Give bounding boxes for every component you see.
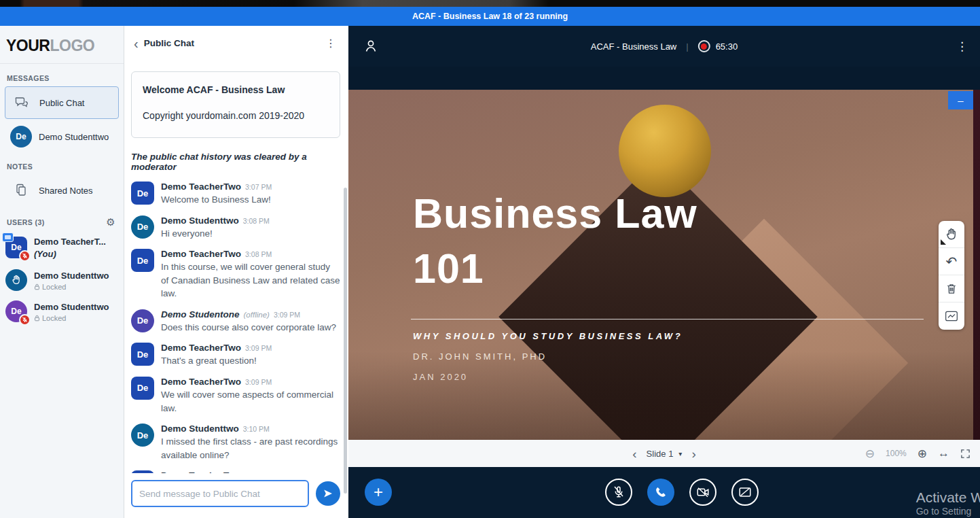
multi-user-whiteboard-button[interactable] — [939, 303, 964, 330]
chat-cleared-notice: The public chat history was cleared by a… — [131, 152, 340, 172]
microphone-muted-icon — [612, 485, 625, 499]
message-text: In this course, we will cover general st… — [161, 260, 340, 300]
user-name: Demo TeacherT... — [34, 237, 106, 247]
chat-scrollbar[interactable] — [344, 188, 347, 494]
action-bar: + — [348, 467, 980, 518]
zoom-out-icon[interactable]: ⊖ — [865, 447, 875, 461]
record-icon — [698, 40, 710, 52]
sidebar-item-shared-notes[interactable]: Shared Notes — [5, 175, 119, 206]
previous-slide-icon[interactable]: ‹ — [632, 447, 636, 460]
undo-icon: ↶ — [946, 255, 958, 269]
meeting-title-group: ACAF - Business Law | 65:30 — [591, 40, 738, 52]
manage-users-gear-icon[interactable]: ⚙ — [106, 216, 115, 228]
sidebar-item-public-chat[interactable]: Public Chat — [5, 86, 119, 119]
slide-canvas[interactable]: Business Law 101 WHY SHOULD YOU STUDY BU… — [348, 90, 973, 440]
slide-art-floor-shade — [348, 351, 973, 440]
share-webcam-button[interactable] — [689, 479, 716, 506]
avatar: De — [10, 126, 32, 148]
meeting-banner: ACAF - Business Law 18 of 23 running — [0, 7, 980, 26]
webcam-off-icon — [696, 485, 710, 499]
logo: YOURLOGO — [0, 26, 124, 64]
user-list-item[interactable]: De Demo TeacherT... (You) — [5, 235, 118, 260]
message-time: 3:09 PM — [245, 344, 272, 352]
lock-icon — [34, 283, 40, 290]
users-section-label: USERS (3) ⚙ — [7, 216, 115, 228]
slide-label: Slide 1 — [647, 449, 674, 459]
slide-controls-bar: ‹ Slide 1 ▾ › ⊖ 100% ⊕ ↔ — [348, 440, 980, 467]
user-name: Demo Studenttwo — [34, 271, 109, 281]
minimize-presentation-button[interactable]: – — [948, 91, 973, 109]
avatar-initials: De — [16, 132, 26, 141]
message-offline-label: (offline) — [244, 311, 270, 319]
avatar: De — [131, 249, 154, 272]
muted-mic-badge-icon — [19, 314, 31, 326]
watermark-line1: Activate W — [916, 489, 980, 506]
slide-select-dropdown[interactable]: Slide 1 ▾ — [647, 449, 683, 459]
message-time: 3:10 PM — [243, 425, 270, 433]
clear-annotations-button[interactable] — [939, 275, 964, 303]
slide-right-edge — [973, 90, 980, 440]
tool-options-corner — [941, 239, 946, 245]
slide-subtitle: WHY SHOULD YOU STUDY BUSINESS LAW? — [413, 331, 683, 341]
chat-back-icon[interactable]: ‹ — [134, 39, 139, 48]
minus-icon: – — [958, 94, 963, 106]
avatar: De — [5, 237, 27, 258]
zoom-in-icon[interactable]: ⊕ — [918, 447, 927, 461]
user-lock-status: Locked — [34, 283, 109, 291]
message-time: 3:07 PM — [245, 183, 272, 191]
avatar: De — [131, 215, 154, 239]
chat-options-kebab-icon[interactable]: ⋮ — [323, 37, 339, 50]
options-kebab-icon[interactable]: ⋮ — [956, 39, 968, 54]
chat-message: De Demo TeacherTwo 3:07 PM Welcome to Bu… — [131, 182, 340, 207]
share-screen-button[interactable] — [731, 479, 759, 506]
message-time: 3:08 PM — [243, 217, 270, 225]
actions-plus-button[interactable]: + — [365, 479, 392, 506]
leave-audio-button[interactable] — [647, 479, 674, 506]
av-controls — [605, 479, 759, 506]
chat-message-input[interactable] — [131, 480, 309, 507]
chat-title: Public Chat — [144, 38, 317, 48]
recording-timer: 65:30 — [716, 41, 738, 52]
unmute-microphone-button[interactable] — [605, 479, 632, 506]
next-slide-icon[interactable]: › — [691, 447, 695, 460]
chat-bubbles-icon — [11, 92, 33, 114]
chat-header: ‹ Public Chat ⋮ — [124, 26, 348, 54]
public-chat-panel: ‹ Public Chat ⋮ Welcome ACAF - Business … — [124, 26, 348, 518]
chat-message: De Demo TeacherTwo 3:08 PM In this cours… — [131, 249, 340, 300]
undo-annotation-button[interactable]: ↶ — [939, 248, 964, 275]
user-list-item[interactable]: Demo Studenttwo Locked — [5, 269, 118, 291]
fit-width-icon[interactable]: ↔ — [938, 447, 949, 460]
avatar: De — [5, 300, 27, 322]
presentation-header: ACAF - Business Law | 65:30 ⋮ — [348, 26, 980, 67]
user-avatar-icon[interactable] — [363, 39, 378, 54]
message-sender-name: Demo Studenttwo — [161, 215, 239, 226]
sidebar-item-dm-demo-studenttwo[interactable]: De Demo Studenttwo — [5, 121, 119, 152]
chat-message: De Demo Studenttwo 3:08 PM Hi everyone! — [131, 215, 340, 241]
send-message-button[interactable] — [316, 481, 340, 506]
hand-tool-button[interactable] — [939, 221, 964, 248]
avatar: De — [131, 343, 154, 366]
slide-date: JAN 2020 — [413, 372, 468, 382]
message-sender-name: Demo TeacherTwo — [161, 249, 241, 259]
shared-notes-label: Shared Notes — [39, 186, 93, 196]
caret-down-icon: ▾ — [678, 450, 682, 457]
windows-activation-watermark: Activate W Go to Setting — [916, 489, 980, 517]
meeting-title: ACAF - Business Law — [591, 41, 676, 52]
message-text: That's a great question! — [161, 354, 272, 368]
avatar — [5, 269, 27, 291]
avatar: De — [131, 182, 154, 205]
avatar: De — [131, 424, 154, 447]
plus-icon: + — [374, 483, 383, 502]
logo-part-1: YOUR — [6, 37, 50, 54]
message-sender-name: Demo TeacherTwo — [161, 343, 241, 353]
recording-indicator[interactable]: 65:30 — [698, 40, 738, 52]
welcome-copyright: Copyright yourdomain.com 2019-2020 — [143, 110, 329, 121]
avatar: De — [131, 470, 154, 473]
browser-remnant-strip — [0, 0, 980, 7]
phone-icon — [655, 486, 667, 498]
fullscreen-icon[interactable] — [960, 449, 970, 459]
messages-label-text: MESSAGES — [7, 74, 50, 82]
dm-name: Demo Studenttwo — [39, 132, 109, 142]
muted-mic-badge-icon — [19, 250, 31, 262]
user-list-item[interactable]: De Demo Studenttwo — [5, 300, 118, 322]
